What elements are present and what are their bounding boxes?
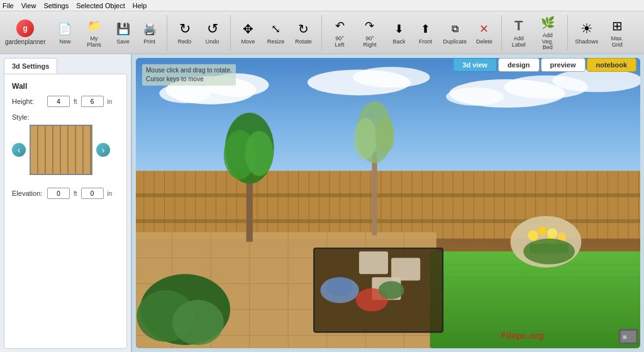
- save-button[interactable]: 💾 Save: [111, 18, 135, 48]
- redo-button[interactable]: ↻ Redo: [172, 18, 197, 48]
- print-button[interactable]: 🖨️ Print: [138, 18, 162, 48]
- fence-style-preview: [30, 125, 92, 175]
- svg-text:⊞: ⊞: [623, 334, 627, 340]
- rotate-label: Rotate: [295, 39, 312, 45]
- rotate-left-button[interactable]: ↶ 90° Left: [327, 14, 353, 51]
- toolbar-group-history: ↻ Redo ↺ Undo: [172, 15, 231, 50]
- tab-3d-view[interactable]: 3d view: [453, 58, 497, 72]
- resize-label: Resize: [267, 39, 285, 45]
- svg-point-8: [446, 88, 504, 106]
- height-ft-input[interactable]: [47, 96, 70, 107]
- rotate-right-icon: ↷: [361, 17, 379, 35]
- svg-point-102: [172, 300, 224, 345]
- new-label: New: [59, 39, 70, 45]
- svg-rect-61: [136, 193, 640, 197]
- my-plans-button[interactable]: 📁 My Plans: [79, 14, 108, 51]
- rotate-left-label: 90° Left: [331, 36, 349, 48]
- redo-label: Redo: [178, 39, 192, 45]
- wall-section-title: Wall: [12, 82, 119, 91]
- toolbar-group-add: T Add Label 🌿 Add Veg. Bed: [507, 15, 568, 50]
- undo-button[interactable]: ↺ Undo: [200, 18, 225, 48]
- front-button[interactable]: ⬆ Front: [414, 18, 438, 48]
- height-in-input[interactable]: [81, 96, 104, 107]
- tab-design[interactable]: design: [498, 58, 539, 72]
- svg-point-104: [528, 230, 538, 241]
- rotate-button[interactable]: ↻ Rotate: [291, 18, 316, 48]
- add-label-label: Add Label: [511, 36, 526, 48]
- svg-point-95: [245, 131, 274, 176]
- print-label: Print: [143, 39, 155, 45]
- save-icon: 💾: [114, 20, 132, 38]
- style-next-button[interactable]: ›: [96, 143, 110, 157]
- new-button[interactable]: 📄 New: [53, 18, 77, 48]
- front-label: Front: [419, 39, 432, 45]
- svg-rect-86: [391, 258, 420, 281]
- rotate-right-label: 90° Right: [359, 36, 381, 48]
- duplicate-icon: ⧉: [446, 20, 464, 38]
- menu-settings[interactable]: Settings: [43, 2, 69, 9]
- back-icon: ⬇: [390, 20, 408, 38]
- back-label: Back: [392, 39, 405, 45]
- max-grid-label: Max. Grid: [607, 36, 628, 48]
- front-icon: ⬆: [417, 20, 435, 38]
- toolbar-group-view: ☀ Shadows ⊞ Max. Grid: [573, 15, 636, 50]
- add-veg-bed-label: Add Veg. Bed: [536, 33, 558, 52]
- menu-help[interactable]: Help: [133, 2, 147, 9]
- style-label: Style:: [12, 113, 119, 121]
- view-area: 3d view design preview notebook: [132, 54, 644, 352]
- svg-text:Filepc.org: Filepc.org: [501, 331, 543, 341]
- svg-point-105: [538, 226, 547, 235]
- toolbar-group-transform: ✥ Move ⤡ Resize ↻ Rotate: [236, 15, 322, 50]
- duplicate-label: Duplicate: [443, 39, 467, 45]
- svg-point-3: [159, 84, 211, 103]
- style-prev-button[interactable]: ‹: [12, 143, 26, 157]
- resize-icon: ⤡: [267, 20, 285, 38]
- canvas-hint-line1: Mouse click and drag to rotate.: [146, 66, 232, 75]
- toolbar-group-file: 📄 New 📁 My Plans 💾 Save 🖨️ Print: [53, 15, 167, 50]
- height-in-unit: in: [108, 98, 113, 105]
- elevation-in-unit: in: [108, 190, 113, 197]
- save-label: Save: [116, 39, 130, 45]
- main-area: 3d Settings Wall Height: ft in Style: ‹ …: [0, 54, 644, 352]
- height-row: Height: ft in: [12, 96, 119, 107]
- my-plans-icon: 📁: [86, 17, 103, 35]
- undo-label: Undo: [206, 39, 219, 45]
- svg-point-9: [552, 69, 640, 92]
- shadows-icon: ☀: [578, 20, 596, 38]
- tab-preview[interactable]: preview: [541, 58, 586, 72]
- menu-file[interactable]: File: [3, 2, 14, 9]
- menu-view[interactable]: View: [21, 2, 36, 9]
- resize-button[interactable]: ⤡ Resize: [264, 18, 289, 48]
- add-label-button[interactable]: T Add Label: [507, 14, 530, 51]
- tab-notebook[interactable]: notebook: [587, 58, 637, 72]
- height-label: Height:: [12, 98, 43, 105]
- style-preview-area: ‹ ›: [12, 125, 119, 175]
- move-icon: ✥: [240, 20, 257, 38]
- move-button[interactable]: ✥ Move: [236, 18, 261, 48]
- add-label-icon: T: [510, 17, 528, 35]
- garden-scene-svg: Filepc.org ⊞: [136, 58, 640, 348]
- add-veg-bed-button[interactable]: 🌿 Add Veg. Bed: [533, 11, 562, 54]
- max-grid-button[interactable]: ⊞ Max. Grid: [603, 14, 631, 51]
- back-button[interactable]: ⬇ Back: [387, 18, 411, 48]
- elevation-label: Elevation:: [12, 190, 43, 197]
- add-veg-bed-icon: 🌿: [539, 14, 557, 31]
- undo-icon: ↺: [204, 20, 221, 38]
- canvas-hint-line2: Cursor keys to move: [146, 75, 232, 84]
- garden-3d-canvas[interactable]: Filepc.org ⊞ Mouse click and drag to rot…: [136, 58, 640, 348]
- toolbar-group-object: ↶ 90° Left ↷ 90° Right ⬇ Back ⬆ Front ⧉ …: [327, 15, 502, 50]
- shadows-label: Shadows: [575, 39, 598, 45]
- rotate-right-button[interactable]: ↷ 90° Right: [355, 14, 385, 51]
- elevation-in-input[interactable]: [81, 188, 104, 199]
- delete-button[interactable]: ✕ Delete: [472, 18, 496, 48]
- elevation-ft-input[interactable]: [47, 188, 70, 199]
- panel-tab-3d-settings[interactable]: 3d Settings: [4, 58, 57, 74]
- shadows-button[interactable]: ☀ Shadows: [573, 18, 601, 48]
- svg-point-98: [354, 118, 377, 159]
- app-title: gardenplanner: [5, 38, 46, 45]
- menu-selected-object[interactable]: Selected Object: [76, 2, 125, 9]
- svg-point-91: [379, 281, 404, 299]
- duplicate-button[interactable]: ⧉ Duplicate: [440, 18, 470, 48]
- svg-rect-85: [359, 251, 388, 274]
- print-icon: 🖨️: [141, 20, 158, 38]
